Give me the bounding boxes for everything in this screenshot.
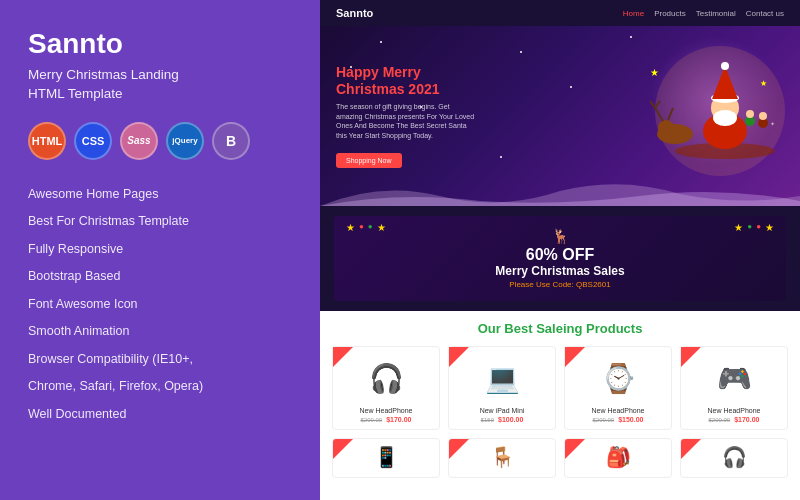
product-img: 🎧 bbox=[339, 353, 433, 403]
products-grid-row2: 📱 🪑 🎒 🎧 bbox=[332, 438, 788, 478]
product-price-old: $200.00 bbox=[360, 417, 382, 423]
product-badge bbox=[449, 347, 469, 367]
star-decoration bbox=[570, 86, 572, 88]
product-price-new: $170.00 bbox=[386, 416, 411, 423]
star-icon: ★ bbox=[346, 222, 355, 233]
product-price-old: $200.00 bbox=[708, 417, 730, 423]
promo-sale: Merry Christmas Sales bbox=[346, 264, 774, 278]
sass-badge: Sass bbox=[120, 122, 158, 160]
hero-year: 2021 bbox=[408, 81, 439, 97]
headphone-icon: 🎧 bbox=[369, 362, 404, 395]
phone-icon: 📱 bbox=[339, 445, 433, 469]
headset-icon: 🎧 bbox=[687, 445, 781, 469]
svg-point-20 bbox=[759, 112, 767, 120]
product-card: 🎧 bbox=[680, 438, 788, 478]
product-name: New iPad Mini bbox=[455, 407, 549, 414]
svg-text:✦: ✦ bbox=[770, 121, 775, 127]
svg-point-6 bbox=[721, 62, 729, 70]
hero-text: The season of gift giving begins. Get am… bbox=[336, 102, 476, 141]
product-card: 🎧 New HeadPhone $200.00 $170.00 bbox=[332, 346, 440, 430]
promo-code: Please Use Code: QBS2601 bbox=[346, 280, 774, 289]
product-img: 💻 bbox=[455, 353, 549, 403]
promo-discount: 60% OFF bbox=[346, 246, 774, 264]
promo-banner: ★ ● ● ★ ★ ● ● ★ 🦌 60% OFF Merry Christma… bbox=[320, 206, 800, 311]
preview-hero: Happy Merry Christmas 2021 The season of… bbox=[320, 26, 800, 206]
html-label: HTML bbox=[32, 135, 63, 147]
svg-point-7 bbox=[713, 110, 737, 126]
jquery-label: jQuery bbox=[172, 136, 197, 145]
products-title-accent: Products bbox=[586, 321, 642, 336]
promo-left-deco: ★ ● ● ★ bbox=[346, 222, 386, 233]
hero-content: Happy Merry Christmas 2021 The season of… bbox=[336, 64, 476, 168]
products-title: Our Best Saleing Products bbox=[332, 321, 788, 336]
product-price-new: $150.00 bbox=[618, 416, 643, 423]
product-badge bbox=[565, 439, 585, 459]
product-card: 💻 New iPad Mini $150 $100.00 bbox=[448, 346, 556, 430]
nav-home: Home bbox=[623, 9, 644, 18]
preview-nav: Sannto Home Products Testimonial Contact… bbox=[320, 0, 800, 26]
feature-item: Font Awesome Icon bbox=[28, 292, 292, 318]
chair-icon: 🪑 bbox=[455, 445, 549, 469]
product-price-new: $170.00 bbox=[734, 416, 759, 423]
star-decoration bbox=[500, 156, 502, 158]
product-card: 📱 bbox=[332, 438, 440, 478]
hero-shop-button[interactable]: Shopping Now bbox=[336, 153, 402, 168]
sass-label: Sass bbox=[127, 135, 150, 146]
product-card: 🎒 bbox=[564, 438, 672, 478]
watch-icon: ⌚ bbox=[601, 362, 636, 395]
nav-links: Home Products Testimonial Contact us bbox=[623, 9, 784, 18]
snow-hills bbox=[320, 176, 800, 206]
product-price-old: $150 bbox=[481, 417, 494, 423]
feature-item: Bootstrap Based bbox=[28, 264, 292, 290]
hero-title: Happy Merry Christmas 2021 bbox=[336, 64, 476, 98]
ornament-icon: ● bbox=[368, 222, 373, 233]
svg-point-18 bbox=[746, 110, 754, 118]
product-card: ⌚ New HeadPhone $200.00 $150.00 bbox=[564, 346, 672, 430]
product-badge bbox=[681, 347, 701, 367]
product-badge bbox=[565, 347, 585, 367]
bootstrap-badge: B bbox=[212, 122, 250, 160]
product-badge bbox=[333, 439, 353, 459]
nav-products: Products bbox=[654, 9, 686, 18]
brand-subtitle: Merry Christmas LandingHTML Template bbox=[28, 66, 292, 104]
product-name: New HeadPhone bbox=[687, 407, 781, 414]
nav-logo: Sannto bbox=[336, 7, 373, 19]
ornament-icon: ● bbox=[747, 222, 752, 233]
feature-item: Browser Compatibility (IE10+, bbox=[28, 347, 292, 373]
css-label: CSS bbox=[82, 135, 105, 147]
feature-item: Awesome Home Pages bbox=[28, 182, 292, 208]
svg-text:★: ★ bbox=[760, 79, 767, 88]
star-icon: ★ bbox=[377, 222, 386, 233]
feature-item: Best For Christmas Template bbox=[28, 209, 292, 235]
feature-item: Chrome, Safari, Firefox, Opera) bbox=[28, 374, 292, 400]
ornament-icon: ● bbox=[359, 222, 364, 233]
product-price-old: $200.00 bbox=[592, 417, 614, 423]
hero-title-text: Happy Merry bbox=[336, 64, 421, 80]
html-badge: HTML bbox=[28, 122, 66, 160]
svg-point-9 bbox=[658, 120, 674, 136]
svg-text:★: ★ bbox=[650, 67, 659, 78]
product-card: 🪑 bbox=[448, 438, 556, 478]
ipad-icon: 💻 bbox=[485, 362, 520, 395]
feature-item: Fully Responsive bbox=[28, 237, 292, 263]
product-badge bbox=[333, 347, 353, 367]
brand-title: Sannto bbox=[28, 28, 292, 60]
santa-svg: ★ ★ ✦ bbox=[630, 36, 790, 196]
reindeer-icon: 🦌 bbox=[346, 228, 774, 244]
product-img: 🎮 bbox=[687, 353, 781, 403]
product-price-new: $100.00 bbox=[498, 416, 523, 423]
hero-illustration: ★ ★ ✦ bbox=[630, 36, 790, 196]
bag-icon: 🎒 bbox=[571, 445, 665, 469]
star-icon: ★ bbox=[734, 222, 743, 233]
product-card: 🎮 New HeadPhone $200.00 $170.00 bbox=[680, 346, 788, 430]
promo-inner: ★ ● ● ★ ★ ● ● ★ 🦌 60% OFF Merry Christma… bbox=[334, 216, 786, 301]
feature-item: Smooth Animation bbox=[28, 319, 292, 345]
product-name: New HeadPhone bbox=[339, 407, 433, 414]
products-grid: 🎧 New HeadPhone $200.00 $170.00 💻 New iP… bbox=[332, 346, 788, 430]
ornament-icon: ● bbox=[756, 222, 761, 233]
gamepad-icon: 🎮 bbox=[717, 362, 752, 395]
star-decoration bbox=[520, 51, 522, 53]
products-title-text: Our Best Saleing bbox=[478, 321, 586, 336]
feature-item: Well Documented bbox=[28, 402, 292, 428]
tech-badges: HTML CSS Sass jQuery B bbox=[28, 122, 292, 160]
